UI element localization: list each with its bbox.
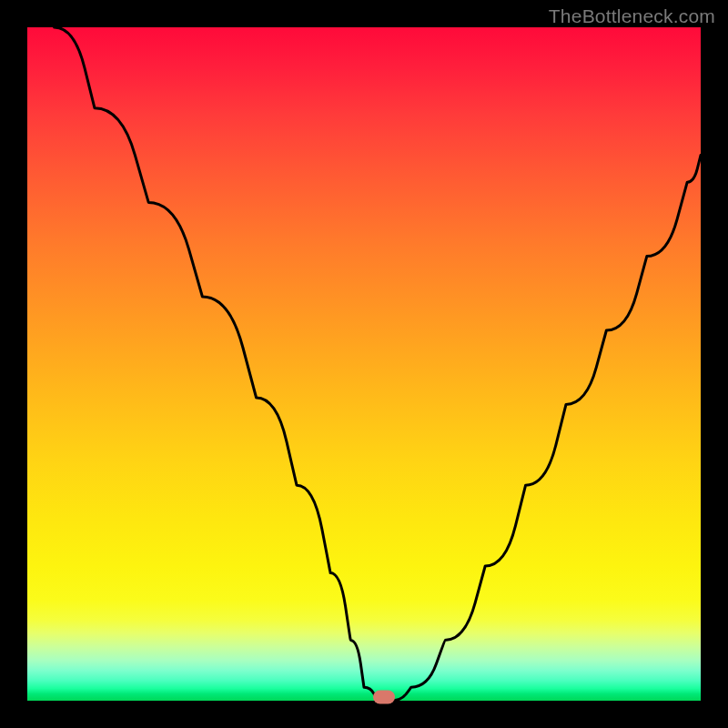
chart-frame: TheBottleneck.com	[0, 0, 728, 728]
watermark-text: TheBottleneck.com	[549, 5, 715, 27]
plot-area	[27, 27, 701, 701]
bottleneck-curve	[55, 27, 701, 701]
optimal-point-marker	[373, 691, 395, 704]
curve-svg	[27, 27, 701, 701]
